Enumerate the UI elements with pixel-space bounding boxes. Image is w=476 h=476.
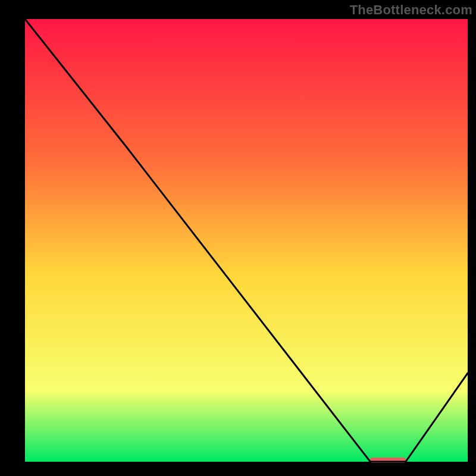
plot-background [25, 19, 468, 462]
watermark-text: TheBottleneck.com [350, 2, 472, 18]
chart-frame: TheBottleneck.com [0, 0, 476, 476]
bottleneck-chart [0, 0, 476, 476]
